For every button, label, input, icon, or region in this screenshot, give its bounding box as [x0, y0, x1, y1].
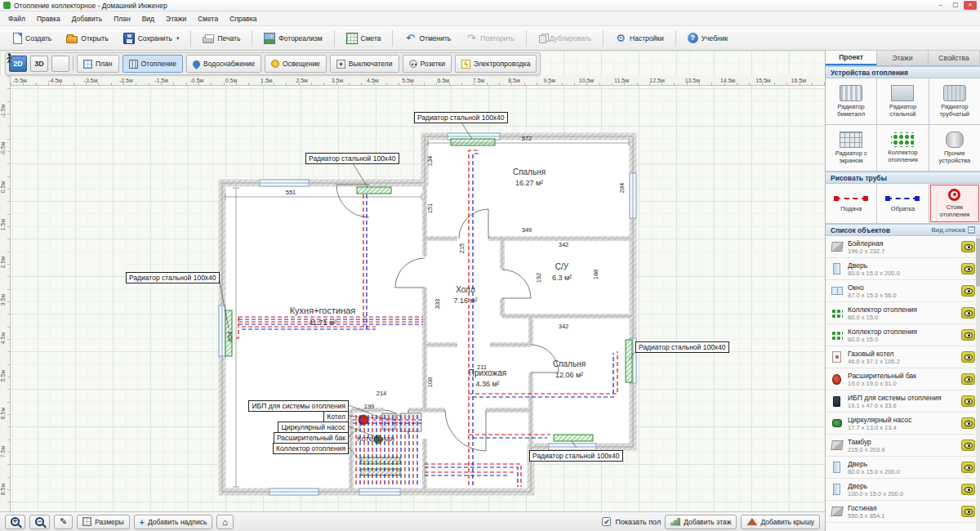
list-item[interactable]: Дверь80.0 x 15.0 x 200.0: [826, 457, 980, 479]
device-collector[interactable]: Коллектор отопления: [877, 125, 928, 171]
duplicate-button[interactable]: Дублировать: [532, 30, 598, 47]
add-roof-button[interactable]: Добавить крышу: [741, 515, 820, 529]
boiler-callout[interactable]: Котел: [323, 411, 349, 422]
tutorial-button[interactable]: ?Учебник: [681, 29, 735, 47]
object-list[interactable]: Бойлерная199.2 x 232.7 Дверь80.0 x 15.0 …: [826, 236, 980, 531]
pipe-return-tool[interactable]: Обратка: [877, 184, 928, 223]
tank-callout[interactable]: Расширительный бак: [274, 432, 349, 444]
device-other[interactable]: Прочие устройства: [929, 125, 980, 171]
minimize-button[interactable]: –: [934, 1, 947, 10]
svg-text:854: 854: [226, 332, 234, 342]
menu-view[interactable]: Вид: [137, 13, 159, 25]
show-floor-checkbox[interactable]: ✔: [602, 517, 611, 526]
visibility-toggle[interactable]: [961, 506, 975, 517]
view-list-button[interactable]: Вид списка: [931, 226, 975, 234]
open-button[interactable]: Открыть: [60, 29, 114, 47]
visibility-toggle[interactable]: [961, 351, 975, 363]
menu-add[interactable]: Добавить: [67, 13, 108, 25]
visibility-toggle[interactable]: [961, 440, 975, 451]
menu-estimate[interactable]: Смета: [193, 13, 223, 25]
menu-floors[interactable]: Этажи: [161, 13, 191, 25]
radiator-callout[interactable]: Радиатор стальной 100x40: [635, 341, 729, 353]
list-item[interactable]: Расширительный бак19.0 x 19.0 x 31.0: [826, 368, 980, 390]
list-item[interactable]: ИБП для системы отопления19.1 x 47.0 x 3…: [826, 390, 980, 413]
tab-sockets[interactable]: Розетки: [403, 55, 452, 73]
ups-callout[interactable]: ИБП для системы отопления: [248, 400, 349, 412]
tab-heating[interactable]: Отопление: [122, 55, 184, 73]
list-item[interactable]: Окно87.0 x 15.0 x 56.0: [826, 280, 980, 302]
visibility-toggle[interactable]: [961, 395, 975, 407]
save-button[interactable]: Сохранить▾: [117, 29, 186, 47]
visibility-toggle[interactable]: [961, 307, 975, 319]
list-item[interactable]: Гостиная550.5 x 854.1: [826, 501, 980, 523]
pipe-riser-tool[interactable]: Стояк отопления: [929, 184, 980, 223]
boiler-unit[interactable]: [400, 413, 421, 431]
menu-help[interactable]: Справка: [225, 13, 261, 25]
list-item[interactable]: Коллектор отопления60.0 x 15.0: [826, 324, 980, 346]
close-button[interactable]: ×: [964, 1, 977, 10]
device-radiator-screen[interactable]: Радиатор с экраном: [826, 125, 876, 171]
room-icon: [831, 242, 844, 252]
list-item[interactable]: Газовый котел46.0 x 37.1 x 105.2: [826, 346, 980, 368]
visibility-toggle[interactable]: [961, 417, 975, 429]
redo-button[interactable]: ↷Повторить: [459, 29, 521, 47]
visibility-toggle[interactable]: [961, 484, 975, 495]
menu-edit[interactable]: Правка: [32, 13, 65, 25]
tab-project[interactable]: Проект: [826, 51, 877, 65]
create-button[interactable]: Создать: [5, 29, 58, 47]
menu-plan[interactable]: План: [109, 13, 136, 25]
open-folder-icon: [66, 36, 78, 43]
undo-button[interactable]: ↶Отменить: [398, 29, 457, 47]
mode-3d-button[interactable]: 3D: [30, 56, 48, 72]
list-item[interactable]: Бойлерная199.2 x 232.7: [826, 236, 980, 258]
floor-plan[interactable]: 572 551 134 151 284 349 342 215 192 188 …: [0, 51, 825, 511]
visibility-toggle[interactable]: [961, 263, 975, 274]
add-floor-button[interactable]: Добавить этаж: [665, 515, 737, 529]
list-item[interactable]: Циркулярный насос17.7 x 13.0 x 13.4: [826, 413, 980, 435]
add-note-button[interactable]: +Добавить надпись: [134, 515, 213, 529]
visibility-toggle[interactable]: [961, 241, 975, 252]
radiator-callout[interactable]: Радиатор стальной 100x40: [305, 153, 399, 164]
device-radiator-steel[interactable]: Радиатор стальной: [877, 78, 928, 124]
zoom-in-button[interactable]: +: [5, 515, 25, 529]
visibility-toggle[interactable]: [961, 329, 975, 341]
zoom-out-button[interactable]: −: [29, 515, 50, 529]
pump-callout[interactable]: Циркулярный насос: [278, 422, 349, 433]
radiator-callout[interactable]: Радиатор стальной 100x40: [126, 272, 220, 283]
radiator-callout[interactable]: Радиатор стальной 100x40: [414, 112, 508, 123]
settings-button[interactable]: ⚙Настройки: [608, 29, 670, 47]
walk-mode-button[interactable]: [51, 56, 69, 72]
visibility-toggle[interactable]: [961, 285, 975, 297]
photorealism-button[interactable]: Фотореализм: [257, 29, 328, 47]
save-dropdown-icon[interactable]: ▾: [176, 35, 180, 42]
visibility-toggle[interactable]: [961, 462, 975, 473]
list-scrollbar[interactable]: [976, 236, 980, 531]
list-item[interactable]: Коллектор отопления60.0 x 15.0: [826, 302, 980, 324]
print-button[interactable]: Печать: [196, 30, 247, 47]
radiator-callout[interactable]: Радиатор стальной 100x40: [529, 450, 623, 462]
tab-properties[interactable]: Свойства: [929, 51, 980, 65]
estimate-button[interactable]: Смета: [340, 29, 388, 47]
list-item[interactable]: Дверь80.0 x 15.0 x 200.0: [826, 258, 980, 280]
tab-wiring[interactable]: ϟЭлектропроводка: [455, 55, 537, 73]
tab-lighting[interactable]: Освещение: [265, 55, 327, 73]
device-radiator-bimetal[interactable]: Радиатор биметалл: [826, 78, 876, 124]
maximize-button[interactable]: ▢: [949, 1, 962, 10]
door-icon: [833, 484, 840, 495]
ruler-label: 2.5м: [296, 76, 331, 85]
list-item[interactable]: Тамбур215.0 x 203.9: [826, 435, 980, 457]
home-button[interactable]: ⌂: [216, 515, 234, 529]
drawing-canvas[interactable]: 572 551 134 151 284 349 342 215 192 188 …: [0, 51, 825, 511]
pipe-supply-tool[interactable]: Подача: [826, 184, 876, 223]
device-radiator-tube[interactable]: Радиатор трубчатый: [929, 78, 980, 124]
tab-water[interactable]: Водоснабжение: [186, 55, 261, 73]
menu-file[interactable]: Файл: [3, 13, 30, 25]
dimensions-button[interactable]: Размеры: [77, 515, 129, 529]
tab-plan[interactable]: План: [77, 55, 119, 73]
collector-callout[interactable]: Коллектор отопления: [273, 443, 349, 454]
tab-floors[interactable]: Этажи: [877, 51, 929, 65]
tab-switches[interactable]: Выключатели: [330, 55, 399, 73]
visibility-toggle[interactable]: [961, 373, 975, 385]
list-item[interactable]: Дверь100.0 x 15.0 x 200.0: [826, 479, 980, 501]
pencil-button[interactable]: ✎: [54, 515, 73, 529]
